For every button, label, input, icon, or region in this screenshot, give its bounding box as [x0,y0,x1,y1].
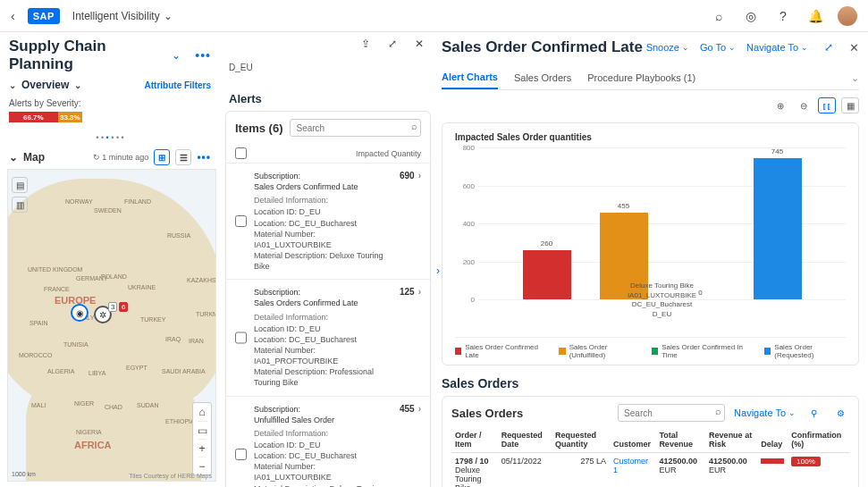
map-region-africa: AFRICA [74,440,112,450]
map-country-label: TURKEY [140,316,165,323]
map-scale: 1000 km [12,471,36,477]
chevron-right-icon: › [418,171,421,181]
map-collapse-icon[interactable]: ⌄ [9,151,18,164]
sales-orders-search-input[interactable] [618,404,725,422]
table-header[interactable]: Confirmation (%) [788,427,849,453]
tab-sales-orders[interactable]: Sales Orders [514,67,571,88]
shell-header: ‹ SAP Intelligent Visibility ⌄ ⌕ ◎ ? 🔔 [0,0,868,32]
tab-alert-charts[interactable]: Alert Charts [442,66,498,89]
shell-notifications-icon[interactable]: 🔔 [805,6,825,26]
chart-view-bar-icon[interactable]: ⫿⫿ [818,97,836,113]
goto-button[interactable]: Go To⌄ [700,42,736,53]
shell-help-icon[interactable]: ? [773,6,793,26]
map-view-globe-icon[interactable]: ⊞ [154,149,170,165]
expand-icon[interactable]: ⤢ [383,34,402,54]
severity-orange: 33.3% [58,112,82,122]
page-title: Supply Chain Planning [9,38,164,73]
chevron-right-icon: › [418,287,421,297]
chart-legend: Sales Order Confirmed LateSales Order (U… [455,337,846,359]
tab-overflow-chevron-icon[interactable]: ⌄ [851,72,859,84]
alert-item-checkbox[interactable] [235,404,247,487]
map-home-icon[interactable]: ⌂ [198,403,205,421]
legend-item: Sales Order Confirmed In Time [652,343,750,359]
page-title-chevron-icon[interactable]: ⌄ [172,49,181,62]
chevron-down-icon: ⌄ [164,10,173,22]
snooze-button[interactable]: Snooze⌄ [646,42,689,53]
map-country-label: SWEDEN [94,207,122,214]
filter-icon[interactable]: ⚲ [805,405,822,421]
snooze-label: Snooze [646,42,679,53]
map-country-label: TUNISIA [63,341,88,348]
navigate-button[interactable]: Navigate To⌄ [746,42,808,53]
sales-orders-section-title: Sales Orders [442,376,859,390]
alert-item[interactable]: Subscription: Sales Orders Confirmed Lat… [226,163,430,279]
map-attribution: Tiles Courtesy of HERE Maps [129,473,212,479]
settings-icon[interactable]: ⚙ [831,405,849,421]
map-country-label: LIBYA [88,370,105,376]
table-header[interactable]: Requested Date [498,427,552,453]
alerts-section-title: Alerts [225,76,434,111]
attribute-filters-link[interactable]: Attribute Filters [145,80,211,90]
map-country-label: ALGERIA [47,368,74,374]
alert-item[interactable]: Subscription: Unfulfilled Sales Order De… [226,396,430,487]
overview-collapse-icon[interactable]: ⌄ [9,80,16,90]
map-layers-icon[interactable]: ▤ [12,177,28,193]
refresh-icon[interactable]: ↻ [93,153,100,162]
shell-search-icon[interactable]: ⌕ [709,6,729,26]
sales-orders-navigate-button[interactable]: Navigate To⌄ [734,407,796,418]
chart-view-table-icon[interactable]: ▦ [841,97,859,113]
navigate-label: Navigate To [746,42,798,53]
alert-item[interactable]: Subscription: Sales Orders Confirmed Lat… [226,279,430,395]
map-country-label: EGYPT [126,365,147,371]
avatar[interactable] [838,6,857,26]
share-icon[interactable]: ⇪ [356,34,375,54]
map-zoom-in-icon[interactable]: + [198,439,205,457]
legend-item: Sales Order (Unfulfilled) [559,343,637,359]
map-view-list-icon[interactable]: ☰ [175,149,191,165]
map-overflow-button[interactable]: ••• [197,151,211,164]
map-pin[interactable]: ◉ [71,304,88,322]
map-country-label: IRAQ [165,336,181,342]
panel-expand-handle-icon[interactable]: › [436,264,440,277]
overview-chevron-icon[interactable]: ⌄ [74,80,81,90]
alert-item-checkbox[interactable] [235,171,247,272]
chart-zoom-in-icon[interactable]: ⊕ [771,97,789,113]
map-country-label: SUDAN [137,402,159,408]
chart-zoom-out-icon[interactable]: ⊖ [795,97,813,113]
table-header[interactable]: Customer [610,427,655,453]
shell-target-icon[interactable]: ◎ [741,6,761,26]
table-header[interactable]: Total Revenue [655,427,705,453]
tab-procedure-playbooks[interactable]: Procedure Playbooks (1) [587,67,695,88]
map-legend-icon[interactable]: ▥ [12,197,28,213]
detail-title: Sales Order Confirmed Late [442,38,643,56]
sales-orders-table: Order / ItemRequested DateRequested Quan… [451,427,849,487]
table-header[interactable]: Requested Quantity [552,427,610,453]
severity-bar: 66.7% 33.3% [9,112,82,122]
alert-item-checkbox[interactable] [235,287,247,388]
table-header[interactable]: Order / Item [451,427,498,453]
table-header[interactable]: Delay [757,427,788,453]
chart-area: 02004006008002604550745Deluxe Touring Bi… [478,147,846,317]
detail-expand-icon[interactable]: ⤢ [819,38,839,57]
map-country-label: TURKMENISTAN [196,311,216,317]
legend-item: Sales Order Confirmed Late [455,343,544,359]
app-title-label: Intelligent Visibility [72,10,160,22]
close-icon[interactable]: ✕ [409,34,429,54]
detail-close-icon[interactable]: ✕ [849,41,859,55]
table-row[interactable]: 1798 / 10Deluxe Touring Bike05/11/202227… [451,453,849,488]
map-country-label: POLAND [101,273,127,280]
search-icon[interactable]: ⌕ [411,121,417,131]
search-icon[interactable]: ⌕ [715,406,721,416]
app-title-dropdown[interactable]: Intelligent Visibility ⌄ [72,10,173,22]
map-country-label: NIGERIA [76,429,102,435]
carousel-pager[interactable]: • • • • • • [0,130,220,146]
map-select-icon[interactable]: ▭ [198,421,207,439]
alerts-search-input[interactable] [290,119,421,137]
map[interactable]: EUROPE AFRICA NORWAY SWEDEN FINLAND RUSS… [7,169,216,482]
chevron-down-icon: ⌄ [729,43,736,52]
back-icon[interactable]: ‹ [11,9,15,23]
map-zoom-out-icon[interactable]: − [198,457,205,474]
table-header[interactable]: Revenue at Risk [705,427,757,453]
page-overflow-button[interactable]: ••• [195,48,211,63]
select-all-checkbox[interactable] [235,147,247,159]
